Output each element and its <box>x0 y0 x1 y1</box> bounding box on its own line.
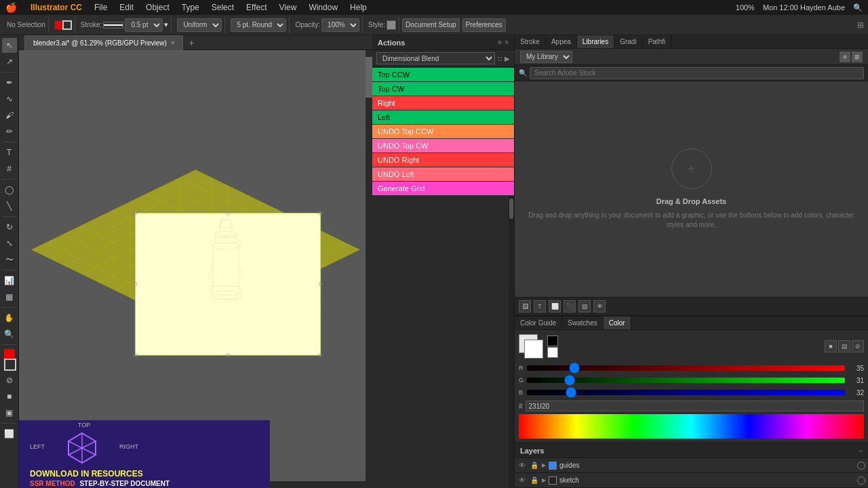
apple-menu[interactable]: 🍎 <box>5 2 17 13</box>
actions-add-btn[interactable]: □ <box>498 55 502 62</box>
menu-file[interactable]: File <box>89 0 113 15</box>
actions-play-btn[interactable]: ▶ <box>505 55 510 62</box>
gradient-color-icon[interactable]: ▤ <box>838 340 850 352</box>
bt-icon-2[interactable]: T <box>534 300 546 312</box>
bt-icon-5[interactable]: ▧ <box>578 300 591 312</box>
layers-collapse-btn[interactable]: – <box>859 447 863 454</box>
ctab-color[interactable]: Color <box>604 317 631 329</box>
action-undo-right[interactable]: UNDO Right <box>372 153 514 167</box>
layer-row-sketch[interactable]: 👁 🔒 ▶ sketch <box>515 473 868 488</box>
action-undo-top-cw[interactable]: UNDO Top CW <box>372 139 514 152</box>
layer-guides-lock[interactable]: 🔒 <box>530 461 539 470</box>
stroke-type-select[interactable]: Uniform <box>177 18 222 32</box>
stroke-width-select[interactable]: 0.5 pt1 pt2 pt <box>125 18 163 32</box>
pen-tool[interactable]: ✒ <box>2 75 17 90</box>
bt-icon-3[interactable]: ⬜ <box>549 300 561 312</box>
layer-sketch-dot[interactable] <box>857 476 865 485</box>
list-view-btn[interactable]: ≡ <box>840 52 850 62</box>
menu-window[interactable]: Window <box>303 0 343 15</box>
style-swatch[interactable] <box>387 20 396 30</box>
canvas-vscroll-thumb[interactable] <box>366 57 372 98</box>
bt-icon-4[interactable]: ⬛ <box>564 300 576 312</box>
menu-view[interactable]: View <box>274 0 302 15</box>
layer-sketch-expand[interactable]: ▶ <box>542 477 546 483</box>
graph-tool[interactable]: 📊 <box>2 273 17 288</box>
actions-close-btn[interactable]: × <box>505 39 509 46</box>
tab-stroke[interactable]: Stroke <box>515 35 546 48</box>
file-tab[interactable]: blender3.ai* @ 61.29% (RGB/GPU Preview) … <box>24 35 183 50</box>
layer-guides-dot[interactable] <box>857 462 865 470</box>
actions-scrollbar[interactable] <box>509 196 514 488</box>
menu-type[interactable]: Type <box>176 0 205 15</box>
search-stock-input[interactable] <box>530 67 864 79</box>
tab-close-button[interactable]: × <box>171 39 174 46</box>
action-right[interactable]: Right <box>372 96 514 110</box>
zoom-tool[interactable]: 🔍 <box>2 327 17 342</box>
actions-scroll-thumb[interactable] <box>509 199 513 219</box>
rotate-tool[interactable]: ↻ <box>2 220 17 235</box>
menu-edit[interactable]: Edit <box>114 0 139 15</box>
action-undo-left[interactable]: UNDO Left <box>372 167 514 181</box>
pt-round-select[interactable]: 5 pt. Round <box>231 18 286 32</box>
ctab-swatches[interactable]: Swatches <box>562 317 603 329</box>
pencil-tool[interactable]: ✏ <box>2 124 17 139</box>
new-tab-button[interactable]: + <box>189 37 194 48</box>
none-color-icon[interactable] <box>547 336 558 346</box>
stroke-color-box[interactable] <box>4 359 16 371</box>
layer-row-guides[interactable]: 👁 🔒 ▶ guides <box>515 458 868 473</box>
menu-object[interactable]: Object <box>140 0 175 15</box>
column-graph-tool[interactable]: ▦ <box>2 289 17 304</box>
arrange-icon[interactable]: ⊞ <box>857 20 864 30</box>
line-tool[interactable]: ╲ <box>2 199 17 214</box>
color-icon[interactable]: ■ <box>2 389 17 404</box>
canvas-vscroll[interactable] <box>366 50 372 488</box>
none-fill-icon[interactable]: ⊘ <box>852 340 864 352</box>
layer-sketch-visibility[interactable]: 👁 <box>517 476 527 485</box>
search-icon[interactable]: 🔍 <box>853 3 863 12</box>
menu-effect[interactable]: Effect <box>241 0 272 15</box>
doc-setup-button[interactable]: Document Setup <box>402 18 460 32</box>
action-top-ccw[interactable]: Top CCW <box>372 68 514 81</box>
bt-icon-1[interactable]: 🖼 <box>519 300 531 312</box>
white-color-icon[interactable] <box>547 347 558 358</box>
action-undo-top-ccw[interactable]: UNDO Top CCW <box>372 125 514 138</box>
background-swatch[interactable] <box>524 340 543 359</box>
direct-select-tool[interactable]: ↗ <box>2 54 17 69</box>
b-slider[interactable] <box>527 390 845 395</box>
g-slider[interactable] <box>527 378 845 383</box>
hex-input[interactable] <box>526 401 864 411</box>
tab-appearance[interactable]: Appea <box>546 35 577 48</box>
tab-gradient[interactable]: Gradi <box>614 35 642 48</box>
bt-icon-6[interactable]: 👁 <box>593 300 606 312</box>
actions-set-select[interactable]: Dimensional Blend <box>376 52 495 64</box>
grid-view-btn[interactable]: ⊞ <box>852 52 863 62</box>
tab-libraries[interactable]: Libraries <box>577 35 614 48</box>
action-generate-grid[interactable]: Generate Grid <box>372 182 514 195</box>
stroke-swatch[interactable] <box>62 20 72 30</box>
curvature-tool[interactable]: ∿ <box>2 92 17 106</box>
warp-tool[interactable]: 〜 <box>2 252 17 267</box>
none-icon[interactable]: ⊘ <box>2 373 17 388</box>
opacity-select[interactable]: 100% <box>321 18 359 32</box>
menu-select[interactable]: Select <box>206 0 239 15</box>
shape-tool[interactable]: ◯ <box>2 182 17 197</box>
layer-guides-expand[interactable]: ▶ <box>542 462 546 468</box>
grid-tool[interactable]: # <box>2 161 17 176</box>
actions-menu-btn[interactable]: ≡ <box>498 39 502 46</box>
artboard-tool[interactable]: ⬜ <box>2 426 17 441</box>
gradient-icon[interactable]: ▣ <box>2 405 17 420</box>
menu-help[interactable]: Help <box>344 0 372 15</box>
select-tool[interactable]: ↖ <box>2 38 17 53</box>
scale-tool[interactable]: ⤡ <box>2 236 17 251</box>
brush-tool[interactable]: 🖌 <box>2 108 17 123</box>
hand-tool[interactable]: ✋ <box>2 310 17 325</box>
color-spectrum[interactable] <box>519 414 864 439</box>
layer-sketch-lock[interactable]: 🔒 <box>530 476 539 485</box>
ctab-color-guide[interactable]: Color Guide <box>515 317 562 329</box>
preferences-button[interactable]: Preferences <box>462 18 506 32</box>
action-left[interactable]: Left <box>372 110 514 124</box>
layer-guides-visibility[interactable]: 👁 <box>517 461 527 470</box>
tab-pathfinder[interactable]: Pathfi <box>643 35 672 48</box>
action-top-cw[interactable]: Top CW <box>372 82 514 96</box>
library-select[interactable]: My Library <box>520 51 572 63</box>
